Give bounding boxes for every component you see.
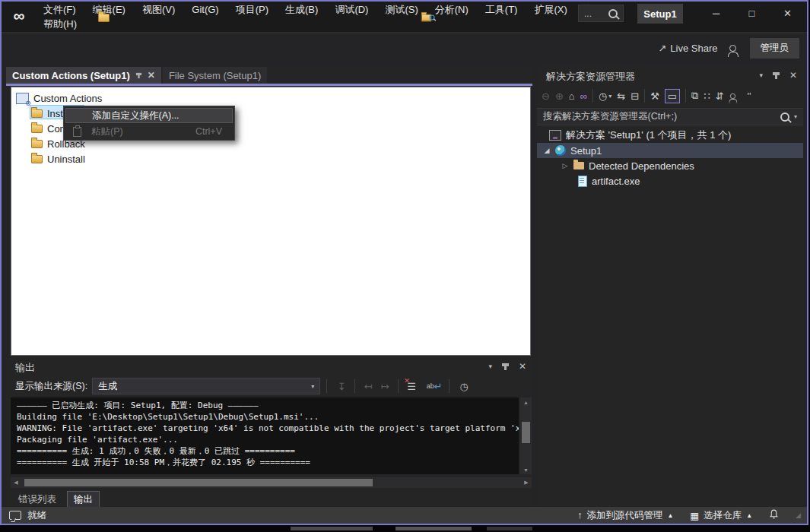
- folder-icon: [31, 109, 43, 118]
- search-options-dropdown-icon[interactable]: ▾: [794, 113, 797, 120]
- next-message-icon: ↦: [376, 378, 393, 394]
- menu-item-add-custom-action[interactable]: 添加自定义操作(A)...: [65, 108, 233, 123]
- menu-analyze[interactable]: 分析(N): [427, 3, 477, 17]
- previous-message-icon: ↤: [360, 378, 376, 394]
- show-all-files-icon[interactable]: ∷: [704, 90, 710, 102]
- status-bar: 就绪 ↑ 添加到源代码管理 ▲ ▦ 选择仓库 ▲ ◢: [2, 507, 807, 524]
- scroll-left-icon[interactable]: ◀: [11, 477, 21, 488]
- bottom-panel-tabs: 错误列表 输出: [12, 491, 100, 508]
- scroll-right-icon[interactable]: ▶: [521, 477, 532, 488]
- file-icon: [578, 176, 587, 187]
- wrench-icon[interactable]: ⚒: [650, 90, 659, 102]
- paste-icon: [73, 127, 81, 137]
- tab-accent-line: [6, 84, 532, 86]
- scrollbar-thumb[interactable]: [24, 479, 373, 486]
- tab-file-system[interactable]: File System (Setup1): [163, 67, 267, 84]
- menu-build[interactable]: 生成(B): [277, 3, 326, 17]
- close-tab-icon[interactable]: ✕: [148, 70, 155, 81]
- word-wrap-icon[interactable]: ab↵: [426, 378, 443, 394]
- pin-icon[interactable]: [138, 72, 139, 78]
- quick-search-value: ...: [584, 10, 592, 17]
- output-source-label: 显示输出来源(S):: [15, 380, 87, 393]
- menu-git[interactable]: Git(G): [183, 4, 227, 15]
- quick-search-box[interactable]: ...: [578, 5, 624, 22]
- solution-search-box[interactable]: 搜索解决方案资源管理器(Ctrl+;) ▾: [537, 108, 803, 125]
- forward-icon[interactable]: ⊕: [555, 90, 564, 102]
- add-to-source-control-button[interactable]: ↑ 添加到源代码管理 ▲: [577, 509, 673, 522]
- folder-icon: [31, 155, 43, 163]
- context-menu: 添加自定义操作(A)... 粘贴(P) Ctrl+V: [63, 106, 235, 141]
- folder-icon: [31, 125, 43, 133]
- solution-node[interactable]: ∞ 解决方案 'Setup1' (1 个项目，共 1 个): [537, 128, 803, 143]
- menu-extensions[interactable]: 扩展(X): [526, 3, 575, 17]
- minimize-button[interactable]: ─: [699, 2, 733, 24]
- timestamp-clock-icon[interactable]: ◷: [456, 378, 472, 394]
- properties-icon[interactable]: ▭: [665, 89, 680, 103]
- panel-dropdown-icon[interactable]: ▾: [488, 363, 492, 370]
- resize-grip[interactable]: ◢: [796, 511, 801, 519]
- project-node-setup1[interactable]: ◢ Setup1: [537, 143, 803, 158]
- menu-project[interactable]: 项目(P): [227, 3, 277, 17]
- separator: [449, 379, 449, 393]
- tab-custom-actions[interactable]: Custom Actions (Setup1) ✕: [6, 67, 161, 84]
- close-panel-icon[interactable]: ✕: [519, 361, 526, 372]
- maximize-button[interactable]: □: [735, 2, 769, 24]
- scrollbar-thumb[interactable]: [522, 422, 530, 443]
- close-button[interactable]: ✕: [770, 2, 805, 24]
- pin-icon[interactable]: [775, 72, 777, 79]
- menu-view[interactable]: 视图(V): [134, 3, 183, 17]
- caret-up-icon: ▲: [746, 512, 752, 519]
- back-icon[interactable]: ⊖: [542, 90, 550, 102]
- home-icon[interactable]: ⌂: [569, 90, 575, 102]
- panel-dropdown-icon[interactable]: ▾: [759, 71, 763, 79]
- message-icon: [9, 511, 21, 520]
- sync-with-active-document-icon[interactable]: ∞: [580, 90, 587, 102]
- tree-root-custom-actions[interactable]: Custom Actions: [16, 90, 102, 106]
- person-icon[interactable]: [729, 93, 739, 100]
- scroll-up-icon[interactable]: ▲: [520, 397, 532, 407]
- toolbar-overflow-icon[interactable]: '': [748, 90, 751, 102]
- expander-collapsed-icon[interactable]: ▷: [561, 162, 569, 169]
- tab-output[interactable]: 输出: [67, 491, 100, 508]
- select-repository-button[interactable]: ▦ 选择仓库 ▲: [690, 509, 752, 522]
- output-source-combo[interactable]: 生成▾: [92, 378, 320, 394]
- vertical-scrollbar[interactable]: ▲ ▼: [520, 397, 532, 474]
- output-console[interactable]: —————— 已启动生成: 项目: Setup1, 配置: Debug ————…: [11, 397, 519, 474]
- tree-item-uninstall[interactable]: Uninstall: [31, 151, 85, 166]
- shortcut-label: Ctrl+V: [195, 126, 222, 137]
- solution-icon: ∞: [549, 130, 561, 141]
- tab-error-list[interactable]: 错误列表: [12, 492, 62, 508]
- output-toolbar: 显示输出来源(S): 生成▾ ↧ ↤ ↦ ☰✕ ab↵ ◷: [6, 375, 472, 397]
- menu-file[interactable]: 文件(F): [35, 3, 84, 17]
- taskbar-sliver: [0, 525, 810, 532]
- menu-test[interactable]: 测试(S): [376, 3, 426, 17]
- copy-pages-icon[interactable]: ⧉: [691, 90, 698, 102]
- admin-badge[interactable]: 管理员: [750, 38, 800, 59]
- pin-icon[interactable]: [504, 363, 507, 370]
- status-ready-text: 就绪: [27, 509, 46, 522]
- repository-icon: ▦: [690, 510, 699, 521]
- folder-icon: [31, 140, 43, 148]
- menu-debug[interactable]: 调试(D): [326, 3, 376, 17]
- pending-changes-filter-icon[interactable]: ◷▾: [599, 90, 611, 102]
- menu-help[interactable]: 帮助(H): [35, 17, 85, 31]
- expander-expanded-icon[interactable]: ◢: [543, 147, 551, 154]
- node-detected-dependencies[interactable]: ▷ Detected Dependencies: [537, 158, 803, 173]
- setup-project-icon: [555, 145, 566, 156]
- horizontal-scrollbar[interactable]: ◀ ▶: [11, 477, 532, 488]
- collapse-all-icon[interactable]: ⊟: [631, 90, 639, 102]
- menu-bar: 文件(F) 编辑(E) 视图(V) Git(G) 项目(P) 生成(B) 调试(…: [35, 2, 628, 17]
- clear-all-icon[interactable]: ☰✕: [403, 378, 420, 394]
- sort-icon[interactable]: ⇵: [716, 90, 724, 102]
- live-share-button[interactable]: ↗ Live Share: [658, 39, 717, 57]
- feedback-person-icon[interactable]: [729, 41, 739, 55]
- close-panel-icon[interactable]: ✕: [789, 70, 797, 81]
- bell-icon[interactable]: [769, 509, 779, 521]
- menu-tools[interactable]: 工具(T): [477, 3, 526, 17]
- switch-views-icon[interactable]: ⇆: [617, 90, 625, 102]
- scroll-down-icon[interactable]: ▼: [520, 465, 532, 474]
- node-artifact-exe[interactable]: artifact.exe: [537, 173, 803, 188]
- solution-explorer-title: 解决方案资源管理器: [546, 70, 635, 84]
- search-icon: [608, 9, 618, 18]
- custom-actions-icon: [16, 93, 29, 104]
